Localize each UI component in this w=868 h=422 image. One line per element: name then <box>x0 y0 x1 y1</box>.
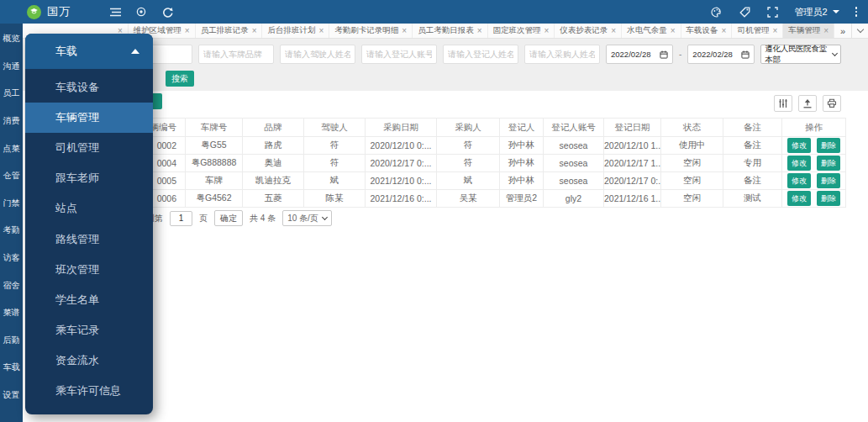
refresh-icon[interactable] <box>161 6 173 18</box>
sidebar-item-warehouse[interactable]: 仓管 <box>0 162 23 190</box>
cell: 奥迪 <box>243 155 304 172</box>
tab-vehicle-mgmt-active[interactable]: 车辆管理 × <box>783 24 834 38</box>
close-icon[interactable]: × <box>671 27 676 35</box>
close-icon[interactable]: × <box>185 27 190 35</box>
delete-button[interactable]: 删除 <box>817 173 840 188</box>
sidebar-item-ordering[interactable]: 点菜 <box>0 135 23 162</box>
tab-driver-mgmt[interactable]: 司机管理 × <box>732 24 783 38</box>
chevron-down-icon <box>832 50 838 56</box>
status-cell: 空闲 <box>661 172 723 190</box>
driver-name-input[interactable] <box>280 45 355 64</box>
confirm-page-button[interactable]: 确定 <box>214 210 243 226</box>
menu-item-driver-mgmt[interactable]: 司机管理 <box>25 133 153 163</box>
sidebar-item-attendance[interactable]: 考勤 <box>0 217 23 245</box>
close-icon[interactable]: × <box>544 27 550 35</box>
actions-cell: 修改 删除 <box>782 190 846 208</box>
cell: 2021/12/16 0:... <box>366 190 437 208</box>
page-number-input[interactable] <box>170 211 192 226</box>
page-size-select[interactable]: 10 条/页 <box>282 210 332 226</box>
sidebar-item-visitor[interactable]: 访客 <box>0 245 23 272</box>
menu-item-ride-record[interactable]: 乘车记录 <box>25 315 153 346</box>
menu-item-shift-mgmt[interactable]: 班次管理 <box>25 255 153 285</box>
registrant-account-input[interactable] <box>361 45 437 64</box>
close-icon[interactable]: × <box>722 27 727 35</box>
tab-utility-balance[interactable]: 水电气余量 × <box>622 24 681 38</box>
purchaser-name-input[interactable] <box>524 45 600 64</box>
tag-icon[interactable] <box>739 6 750 18</box>
fullscreen-icon[interactable] <box>766 6 778 18</box>
cell: 符 <box>437 137 500 155</box>
menu-item-vehicle-mgmt[interactable]: 车辆管理 <box>25 103 153 133</box>
close-icon[interactable]: × <box>611 27 616 35</box>
tab-overflow-button[interactable]: » <box>834 24 851 38</box>
menu-item-ride-permit[interactable]: 乘车许可信息 <box>25 376 153 406</box>
print-button[interactable] <box>823 95 841 112</box>
sidebar-item-vehicle[interactable]: 车载 <box>0 354 23 382</box>
delete-button[interactable]: 删除 <box>817 191 840 206</box>
tab-label: 司机管理 <box>737 25 769 36</box>
close-icon[interactable]: × <box>252 27 257 35</box>
plate-brand-input[interactable] <box>198 45 274 64</box>
menu-item-fund-flow[interactable]: 资金流水 <box>25 346 153 376</box>
sidebar-item-menu[interactable]: 菜谱 <box>0 299 23 327</box>
close-icon[interactable]: × <box>477 27 482 35</box>
tab-fixed-shift-mgmt[interactable]: 固定班次管理 × <box>488 24 555 38</box>
collapse-menu-icon[interactable] <box>109 6 121 18</box>
more-options-icon[interactable] <box>855 7 858 17</box>
cell: 管理员2 <box>500 190 544 208</box>
sidebar-item-consumption[interactable]: 消费 <box>0 108 23 135</box>
edit-button[interactable]: 修改 <box>787 191 811 206</box>
export-button[interactable] <box>798 95 817 112</box>
collapse-up-icon <box>131 49 139 54</box>
edit-button[interactable]: 修改 <box>787 156 811 171</box>
menu-item-vehicle-device[interactable]: 车载设备 <box>25 72 153 103</box>
theme-palette-icon[interactable] <box>711 6 723 18</box>
page-size-value: 10 条/页 <box>287 213 318 224</box>
tab-staff-shift-record[interactable]: 员工排班记录 × <box>196 24 263 38</box>
close-icon[interactable]: × <box>402 27 407 35</box>
sidebar-item-dormitory[interactable]: 宿舍 <box>0 272 23 299</box>
cell: 路虎 <box>243 137 304 155</box>
flyout-header[interactable]: 车载 <box>25 34 153 69</box>
col-purchaser: 采购人 <box>437 119 500 137</box>
flyout-title: 车载 <box>55 44 77 59</box>
edit-button[interactable]: 修改 <box>787 173 811 188</box>
org-select[interactable]: 遵化人民医院食堂本部 <box>760 45 841 64</box>
cell: seosea <box>544 155 604 172</box>
user-menu[interactable]: 管理员2 <box>794 6 839 18</box>
tab-label: 后台排班计划 <box>267 25 315 36</box>
menu-item-station[interactable]: 站点 <box>25 193 153 224</box>
globe-icon[interactable] <box>135 6 147 18</box>
tab-collapse-button[interactable] <box>851 24 868 38</box>
filter-columns-button[interactable] <box>774 95 792 112</box>
delete-button[interactable]: 删除 <box>817 138 840 153</box>
close-icon[interactable]: × <box>772 27 777 35</box>
menu-item-student-list[interactable]: 学生名单 <box>25 285 153 315</box>
search-button[interactable]: 搜索 <box>166 71 194 87</box>
sidebar-item-settings[interactable]: 设置 <box>0 382 23 409</box>
sidebar-item-access[interactable]: 门禁 <box>0 190 23 218</box>
menu-item-bus-teacher[interactable]: 跟车老师 <box>25 163 153 193</box>
tab-attendance-daily-report[interactable]: 员工考勤日报表 × <box>413 24 487 38</box>
tab-attendance-card-detail[interactable]: 考勤刷卡记录明细 × <box>329 24 413 38</box>
tab-backstage-shift-plan[interactable]: 后台排班计划 × <box>262 24 329 38</box>
cell: 吴某 <box>437 190 500 208</box>
col-remark: 备注 <box>723 119 782 137</box>
date-from-input[interactable]: 2022/02/28 <box>606 45 673 64</box>
tab-meter-reading-record[interactable]: 仪表抄表记录 × <box>555 24 622 38</box>
sidebar-item-logistics[interactable]: 后勤 <box>0 327 23 355</box>
actions-cell: 修改 删除 <box>782 155 846 172</box>
registrant-name-input[interactable] <box>443 45 518 64</box>
cell: 符 <box>304 137 366 155</box>
delete-button[interactable]: 删除 <box>817 156 840 171</box>
sidebar-item-staff[interactable]: 员工 <box>0 80 23 108</box>
tab-vehicle-device[interactable]: 车载设备 × <box>681 24 733 38</box>
close-icon[interactable]: × <box>318 27 324 35</box>
menu-item-route-mgmt[interactable]: 路线管理 <box>25 224 153 254</box>
close-icon[interactable]: × <box>823 27 829 35</box>
table-row: 0002 粤G55 路虎 符 2020/12/10 0:... 符 孙中林 se… <box>118 137 846 155</box>
date-to-input[interactable]: 2022/02/28 <box>687 45 755 64</box>
sidebar-item-communication[interactable]: 沟通 <box>0 53 23 81</box>
sidebar-item-overview[interactable]: 概览 <box>0 25 23 53</box>
edit-button[interactable]: 修改 <box>787 138 811 153</box>
